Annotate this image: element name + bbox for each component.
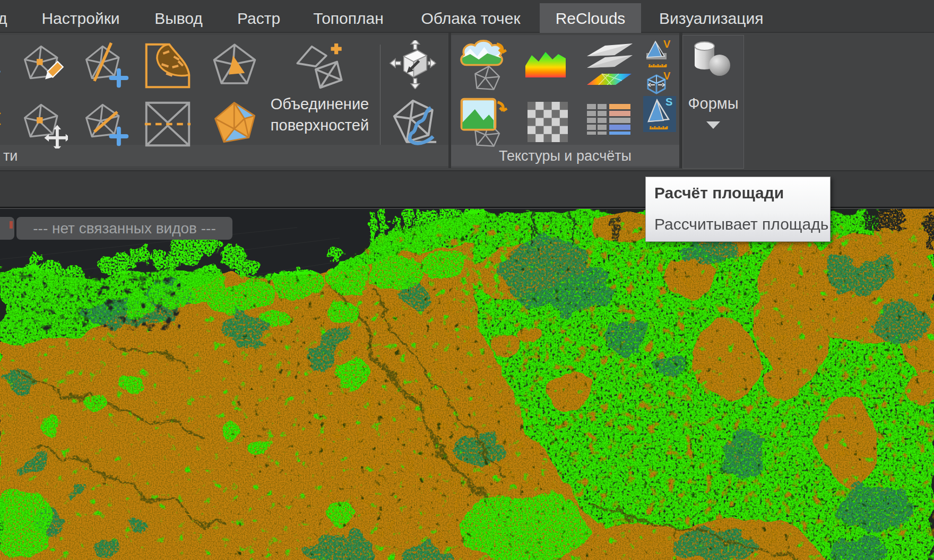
svg-text:S: S (665, 96, 672, 108)
svg-text:V: V (663, 72, 671, 82)
svg-text:V: V (663, 39, 671, 50)
